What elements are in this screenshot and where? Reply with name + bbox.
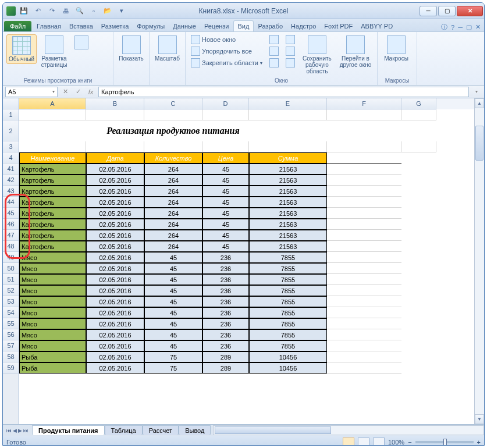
cell[interactable] xyxy=(401,263,436,274)
qat-open[interactable]: 📂 xyxy=(102,5,113,17)
cell[interactable] xyxy=(327,285,401,296)
qat-undo[interactable]: ↶ xyxy=(32,5,44,17)
cell[interactable]: 289 xyxy=(202,362,249,374)
cancel-formula-icon[interactable]: ✕ xyxy=(60,87,70,97)
cell[interactable] xyxy=(86,109,144,120)
cell[interactable]: 264 xyxy=(144,163,202,175)
tab-review[interactable]: Рецензи xyxy=(200,21,233,31)
pagelayout-view-icon[interactable] xyxy=(358,438,369,446)
cell[interactable]: 236 xyxy=(202,263,249,274)
cell[interactable]: 7855 xyxy=(249,307,327,318)
cell[interactable]: 02.05.2016 xyxy=(86,362,144,374)
hide-button[interactable] xyxy=(268,46,280,56)
zoom-out-icon[interactable]: − xyxy=(408,439,411,446)
split-button[interactable] xyxy=(268,34,280,45)
cell[interactable] xyxy=(401,163,436,175)
cell[interactable]: 21563 xyxy=(249,208,327,219)
cell[interactable]: Мясо xyxy=(19,285,86,296)
cell[interactable]: 45 xyxy=(144,307,202,318)
qat-preview[interactable]: 🔍 xyxy=(74,5,86,17)
cell[interactable]: 45 xyxy=(202,241,249,252)
cell[interactable] xyxy=(249,141,327,152)
view-normal-button[interactable]: Обычный xyxy=(6,34,37,64)
cell[interactable]: 21563 xyxy=(249,241,327,252)
cell[interactable]: 7855 xyxy=(249,318,327,329)
cell[interactable]: 45 xyxy=(144,318,202,329)
cell[interactable]: 75 xyxy=(144,362,202,374)
tab-file[interactable]: Файл xyxy=(4,21,31,31)
doc-min-icon[interactable]: ─ xyxy=(458,24,463,31)
cell[interactable] xyxy=(86,141,144,152)
cell[interactable] xyxy=(401,208,436,219)
fx-icon[interactable]: fx xyxy=(86,87,96,97)
doc-close-icon[interactable]: ✕ xyxy=(475,23,481,31)
cell[interactable]: 7855 xyxy=(249,285,327,296)
cell[interactable]: 75 xyxy=(144,351,202,362)
cell[interactable]: Наименование xyxy=(19,152,86,163)
cell[interactable]: 10456 xyxy=(249,362,327,374)
cell[interactable]: 236 xyxy=(202,296,249,307)
cell[interactable] xyxy=(19,109,86,120)
sheet-nav-first[interactable]: ⏮ xyxy=(6,428,12,433)
cell[interactable] xyxy=(401,197,436,208)
cell[interactable] xyxy=(327,186,401,197)
cell[interactable]: 02.05.2016 xyxy=(86,208,144,219)
cell[interactable] xyxy=(202,109,249,120)
cell[interactable]: 02.05.2016 xyxy=(86,340,144,351)
cell[interactable]: 236 xyxy=(202,329,249,340)
cell[interactable] xyxy=(327,362,401,374)
new-window-button[interactable]: Новое окно xyxy=(189,34,264,45)
cell[interactable]: 21563 xyxy=(249,197,327,208)
cell[interactable]: 02.05.2016 xyxy=(86,329,144,340)
pagebreak-view-icon[interactable] xyxy=(373,438,385,446)
cell[interactable]: 45 xyxy=(144,263,202,274)
cell[interactable]: 02.05.2016 xyxy=(86,175,144,186)
tab-layout[interactable]: Разметка xyxy=(97,21,133,31)
cell[interactable] xyxy=(19,141,86,152)
tab-developer[interactable]: Разрабо xyxy=(254,21,287,31)
cell[interactable]: Количество xyxy=(144,152,202,163)
sheet-tab-3[interactable]: Вывод xyxy=(179,425,211,435)
cell[interactable] xyxy=(327,141,401,152)
cell[interactable]: 02.05.2016 xyxy=(86,230,144,241)
cell[interactable] xyxy=(327,318,401,329)
cell[interactable] xyxy=(401,241,436,252)
cell[interactable] xyxy=(202,141,249,152)
save-workspace-button[interactable]: Сохранить рабочую область xyxy=(299,34,335,76)
row-header[interactable]: 58 xyxy=(3,351,19,362)
maximize-button[interactable]: ▢ xyxy=(438,6,456,16)
cell[interactable]: 7855 xyxy=(249,263,327,274)
cell[interactable]: 264 xyxy=(144,241,202,252)
col-header-G[interactable]: G xyxy=(401,98,436,109)
cell[interactable]: 02.05.2016 xyxy=(86,296,144,307)
cell[interactable]: 02.05.2016 xyxy=(86,252,144,263)
cell[interactable] xyxy=(401,285,436,296)
cell[interactable]: 45 xyxy=(202,230,249,241)
row-header[interactable]: 57 xyxy=(3,340,19,351)
cell[interactable] xyxy=(401,109,436,120)
minimize-button[interactable]: ─ xyxy=(420,6,437,16)
cell[interactable]: 02.05.2016 xyxy=(86,318,144,329)
doc-restore-icon[interactable]: ▢ xyxy=(466,23,472,31)
cell[interactable]: 45 xyxy=(144,274,202,285)
name-box[interactable]: A5▾ xyxy=(5,87,58,97)
cell[interactable] xyxy=(401,120,436,141)
cell[interactable]: Мясо xyxy=(19,252,86,263)
scroll-thumb[interactable] xyxy=(475,126,484,161)
cell[interactable]: Мясо xyxy=(19,329,86,340)
cell[interactable]: 45 xyxy=(144,296,202,307)
cell[interactable] xyxy=(327,219,401,230)
tab-foxit[interactable]: Foxit PDF xyxy=(320,21,357,31)
cell[interactable]: 264 xyxy=(144,208,202,219)
cell[interactable] xyxy=(327,208,401,219)
cell[interactable] xyxy=(327,230,401,241)
show-button[interactable]: Показать xyxy=(117,34,145,63)
cell[interactable] xyxy=(401,362,436,374)
row-header[interactable]: 56 xyxy=(3,329,19,340)
cell[interactable]: Картофель xyxy=(19,208,86,219)
sheet-tab-1[interactable]: Таблица xyxy=(105,425,143,435)
cell[interactable]: 45 xyxy=(144,340,202,351)
cell[interactable]: 02.05.2016 xyxy=(86,186,144,197)
row-header[interactable]: 59 xyxy=(3,362,19,374)
tab-insert[interactable]: Вставка xyxy=(65,21,97,31)
